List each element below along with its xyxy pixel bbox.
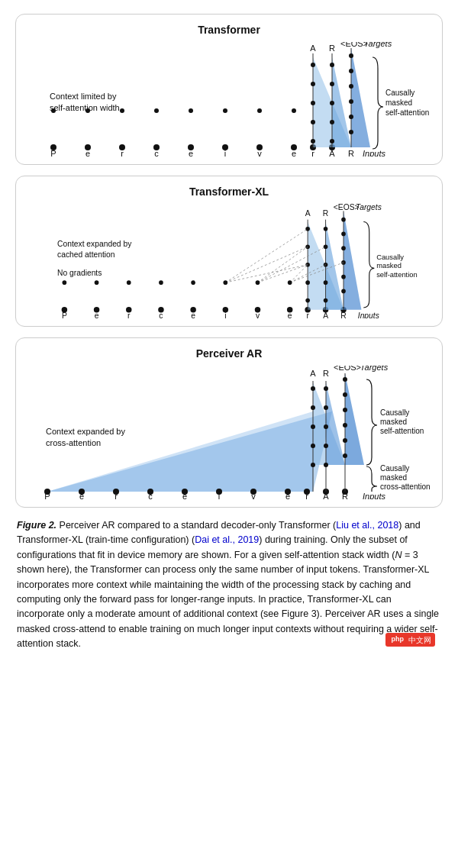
citation-link1[interactable]: Liu et al., 2018	[336, 520, 398, 531]
svg-text:Causally: Causally	[376, 253, 404, 261]
perceiver-ar-card: Perceiver AR P e	[15, 337, 443, 508]
svg-point-90	[305, 227, 310, 231]
svg-point-36	[330, 120, 334, 124]
watermark-badge: php 中文网	[385, 633, 436, 647]
svg-point-122	[159, 280, 163, 285]
svg-point-37	[330, 139, 334, 144]
svg-text:Targets: Targets	[364, 42, 392, 48]
svg-point-43	[349, 130, 353, 134]
svg-text:masked: masked	[380, 473, 407, 482]
svg-point-178	[343, 438, 347, 443]
svg-text:e: e	[85, 149, 90, 156]
svg-point-100	[341, 218, 346, 222]
svg-text:masked: masked	[380, 418, 407, 426]
svg-marker-23	[332, 57, 351, 147]
svg-point-168	[311, 463, 315, 467]
svg-point-170	[324, 405, 328, 410]
svg-text:e: e	[95, 311, 99, 318]
svg-point-172	[324, 444, 328, 448]
svg-point-38	[349, 53, 353, 58]
svg-text:r: r	[306, 311, 309, 318]
transformer-xl-diagram: P e r c e i v e r A R Inputs	[27, 204, 431, 318]
svg-text:Inputs: Inputs	[358, 311, 379, 318]
svg-text:<EOS>: <EOS>	[334, 366, 361, 372]
svg-text:A: A	[305, 209, 311, 218]
svg-marker-134	[47, 411, 313, 492]
svg-point-98	[324, 280, 328, 285]
svg-text:c: c	[154, 149, 159, 156]
svg-text:R: R	[342, 492, 348, 499]
svg-point-119	[63, 280, 67, 285]
svg-point-171	[324, 424, 328, 429]
svg-text:r: r	[114, 492, 118, 499]
svg-marker-160	[345, 373, 364, 465]
perceiver-ar-diagram: P e r c e i v e r A R Inputs	[27, 366, 431, 499]
svg-point-123	[191, 280, 195, 285]
svg-point-126	[288, 280, 292, 285]
svg-point-101	[341, 232, 346, 237]
svg-point-120	[95, 280, 99, 285]
svg-text:A: A	[323, 492, 329, 499]
svg-marker-159	[326, 382, 345, 465]
svg-text:i: i	[224, 149, 226, 156]
svg-point-56	[154, 108, 159, 113]
svg-point-59	[257, 108, 262, 113]
svg-point-179	[343, 453, 347, 458]
svg-text:masked: masked	[376, 262, 402, 269]
citation-link2[interactable]: Dai et al., 2019	[195, 534, 259, 545]
svg-text:self-attention: self-attention	[376, 271, 418, 279]
svg-point-35	[330, 101, 334, 105]
svg-point-105	[341, 289, 346, 294]
svg-point-95	[324, 227, 328, 231]
svg-text:self-attention: self-attention	[380, 427, 424, 435]
caption-text4: shown here), the Transformer can process…	[17, 564, 439, 649]
svg-text:Context limited by: Context limited by	[50, 92, 117, 101]
svg-text:e: e	[191, 311, 195, 318]
svg-text:cached attention: cached attention	[57, 250, 115, 259]
svg-line-116	[290, 265, 308, 282]
svg-line-111	[225, 247, 308, 282]
svg-text:e: e	[189, 149, 193, 156]
right-label: Causally masked self-attention	[385, 89, 429, 117]
svg-text:e: e	[79, 492, 84, 499]
svg-text:cross-attention: cross-attention	[46, 438, 101, 447]
svg-point-31	[311, 120, 315, 124]
svg-point-30	[311, 101, 315, 105]
svg-text:Targets: Targets	[356, 204, 382, 211]
svg-text:R: R	[329, 44, 335, 53]
svg-text:R: R	[323, 209, 328, 218]
transformer-diagram: P e r c e i v e r A R Inputs	[27, 42, 431, 156]
svg-point-102	[341, 246, 346, 250]
svg-text:R: R	[340, 311, 346, 318]
svg-text:v: v	[257, 149, 262, 156]
svg-point-174	[343, 377, 347, 382]
svg-point-177	[343, 423, 347, 428]
svg-point-124	[224, 280, 228, 285]
svg-text:self-attention width: self-attention width	[50, 103, 120, 112]
caption-text1: Perceiver AR compared to a standard deco…	[60, 520, 337, 531]
svg-text:masked: masked	[385, 98, 412, 107]
svg-text:e: e	[288, 311, 292, 318]
svg-point-28	[311, 63, 315, 67]
svg-line-114	[258, 265, 308, 282]
svg-text:Context expanded by: Context expanded by	[46, 427, 125, 436]
figure-label: Figure 2.	[17, 520, 56, 531]
svg-text:cross-attention: cross-attention	[380, 482, 431, 491]
svg-point-60	[292, 108, 296, 113]
svg-text:r: r	[305, 492, 308, 499]
right-brace	[373, 57, 383, 149]
svg-point-58	[223, 108, 227, 113]
svg-text:A: A	[310, 369, 316, 378]
svg-text:i: i	[218, 492, 220, 499]
svg-text:No gradients: No gradients	[57, 269, 102, 277]
svg-point-125	[256, 280, 260, 285]
svg-point-164	[311, 386, 315, 391]
caption-equals: = 3	[402, 550, 418, 560]
svg-point-41	[349, 99, 353, 104]
svg-text:e: e	[182, 492, 187, 499]
svg-line-113	[258, 247, 308, 282]
svg-point-167	[311, 444, 315, 448]
svg-point-40	[349, 84, 353, 89]
svg-text:P: P	[50, 149, 56, 156]
svg-point-96	[324, 244, 328, 249]
